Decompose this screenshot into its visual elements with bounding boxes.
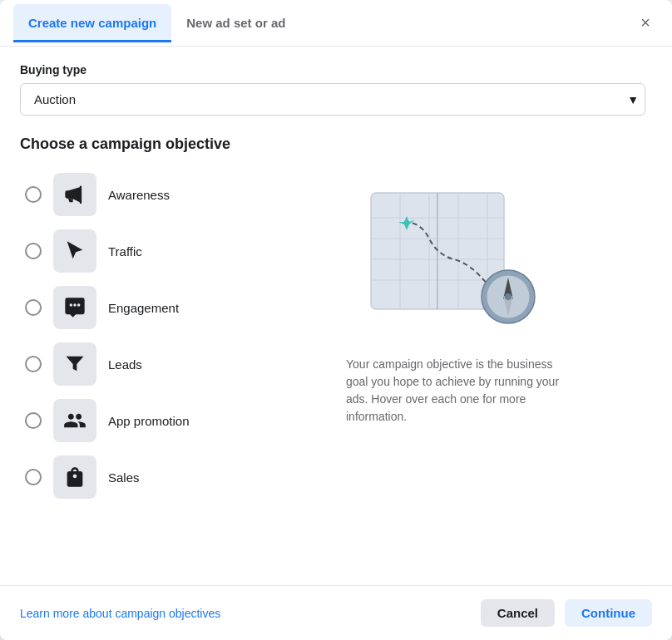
close-button[interactable]: × (632, 10, 659, 37)
buying-type-dropdown-wrapper: AuctionReach and FrequencyTRP Buying ▼ (20, 83, 652, 116)
svg-point-14 (505, 293, 511, 300)
leads-icon-box (53, 342, 96, 386)
bag-icon (63, 465, 86, 489)
awareness-icon-box (53, 173, 96, 216)
tab-new-ad-set[interactable]: New ad set or ad (171, 4, 300, 42)
app-promotion-label: App promotion (108, 414, 190, 428)
app-promotion-icon-box (53, 399, 96, 442)
traffic-label: Traffic (108, 244, 142, 258)
modal-header: Create new campaign New ad set or ad × (0, 0, 672, 47)
sales-icon-box (53, 455, 96, 499)
megaphone-icon (63, 183, 86, 206)
chat-icon (63, 296, 86, 319)
modal-body: Buying type AuctionReach and FrequencyTR… (0, 47, 672, 572)
buying-type-select[interactable]: AuctionReach and FrequencyTRP Buying (20, 83, 645, 116)
radio-awareness[interactable] (25, 186, 42, 203)
cursor-icon (63, 239, 86, 263)
traffic-icon-box (53, 229, 96, 273)
illustration-description: Your campaign objective is the business … (346, 356, 562, 426)
continue-button[interactable]: Continue (565, 599, 652, 627)
tab-create-campaign[interactable]: Create new campaign (13, 4, 171, 42)
objective-section-title: Choose a campaign objective (20, 135, 652, 153)
modal-footer: Learn more about campaign objectives Can… (0, 585, 672, 640)
campaign-illustration (354, 176, 554, 342)
radio-engagement[interactable] (25, 299, 42, 316)
radio-app-promotion[interactable] (25, 412, 42, 429)
engagement-icon-box (53, 286, 96, 329)
filter-icon (63, 352, 86, 376)
objective-sales[interactable]: Sales (20, 452, 236, 502)
illustration-panel: Your campaign objective is the business … (256, 170, 652, 502)
radio-sales[interactable] (25, 469, 42, 485)
objective-leads[interactable]: Leads (20, 339, 236, 389)
radio-leads[interactable] (25, 356, 42, 372)
engagement-label: Engagement (108, 301, 179, 315)
radio-traffic[interactable] (25, 243, 42, 259)
objective-awareness[interactable]: Awareness (20, 170, 236, 219)
people-icon (63, 409, 86, 432)
footer-actions: Cancel Continue (481, 599, 652, 627)
modal-container: Create new campaign New ad set or ad × B… (0, 0, 672, 640)
awareness-label: Awareness (108, 188, 170, 202)
leads-label: Leads (108, 357, 142, 372)
cancel-button[interactable]: Cancel (481, 599, 555, 627)
learn-more-link[interactable]: Learn more about campaign objectives (20, 607, 220, 620)
sales-label: Sales (108, 470, 140, 485)
objectives-layout: Awareness Traffic (20, 170, 652, 502)
buying-type-label: Buying type (20, 63, 652, 76)
objective-engagement[interactable]: Engagement (20, 283, 236, 332)
objective-traffic[interactable]: Traffic (20, 226, 236, 276)
objectives-list: Awareness Traffic (20, 170, 236, 502)
objective-app-promotion[interactable]: App promotion (20, 396, 236, 446)
